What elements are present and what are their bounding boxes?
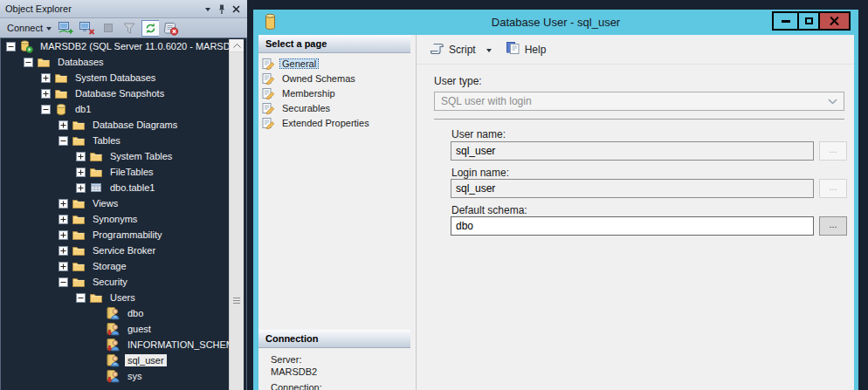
tree-item-programmability[interactable]: Programmability <box>1 227 246 243</box>
tree-item-sys[interactable]: sys <box>1 368 246 384</box>
scroll-up-icon[interactable] <box>230 39 244 52</box>
database-user-dialog: Database User - sql_user Select a page G… <box>253 10 858 390</box>
tree-item-guest[interactable]: guest <box>1 321 246 337</box>
dialog-toolbar: Script Help <box>417 35 854 65</box>
disconnect-server-icon[interactable] <box>79 20 96 37</box>
collapse-icon[interactable] <box>41 105 51 114</box>
page-item-extended-properties[interactable]: Extended Properties <box>258 115 410 130</box>
folder-icon <box>72 259 86 273</box>
tree-item-storage[interactable]: Storage <box>1 258 246 274</box>
object-explorer-toolbar: Connect <box>0 17 247 38</box>
tree-item-tables[interactable]: Tables <box>1 133 246 148</box>
tree-item-label: sql_user <box>125 354 167 366</box>
database-icon <box>54 102 68 116</box>
close-icon[interactable] <box>229 3 243 16</box>
page-item-membership[interactable]: Membership <box>258 86 410 100</box>
close-button[interactable] <box>818 11 851 31</box>
chevron-down-icon <box>46 27 52 31</box>
collapse-icon[interactable] <box>59 136 68 146</box>
page-list: GeneralOwned SchemasMembershipSecurables… <box>258 56 410 130</box>
refresh-icon[interactable] <box>141 20 159 37</box>
default-schema-field[interactable] <box>451 216 814 236</box>
tree-item-label: sys <box>125 370 145 382</box>
tree-item-system-tables[interactable]: System Tables <box>1 148 246 164</box>
user-disabled-icon <box>107 322 121 336</box>
collapse-icon[interactable] <box>24 58 33 67</box>
expand-icon[interactable] <box>76 152 86 161</box>
user-name-field[interactable] <box>451 141 814 161</box>
tree-item-marsdb2-sql-server-11-0-6020-marsd[interactable]: MARSDB2 (SQL Server 11.0.6020 - MARSD <box>1 38 246 54</box>
script-error-icon[interactable] <box>162 20 180 37</box>
user-type-value: SQL user with login <box>441 95 532 107</box>
expand-icon[interactable] <box>59 215 68 224</box>
pane-divider <box>416 35 417 390</box>
default-schema-browse-button[interactable]: ... <box>819 216 847 236</box>
page-item-owned-schemas[interactable]: Owned Schemas <box>258 71 410 86</box>
page-item-general[interactable]: General <box>258 56 410 71</box>
connect-button[interactable]: Connect <box>4 21 54 35</box>
object-tree: MARSDB2 (SQL Server 11.0.6020 - MARSDDat… <box>0 38 247 390</box>
help-button[interactable]: Help <box>504 38 548 60</box>
expander-spacer <box>93 372 103 381</box>
window-position-menu-icon[interactable] <box>201 3 215 16</box>
user-type-select[interactable]: SQL user with login <box>434 92 844 111</box>
tree-item-label: FileTables <box>107 166 156 178</box>
page-item-label: Extended Properties <box>279 118 372 128</box>
tree-item-label: Synonyms <box>90 213 140 225</box>
script-dropdown-icon[interactable] <box>486 49 492 52</box>
tree-item-filetables[interactable]: FileTables <box>1 164 246 180</box>
page-item-label: Owned Schemas <box>279 73 358 84</box>
dialog-titlebar[interactable]: Database User - sql_user <box>253 10 858 35</box>
user-name-label: User name: <box>451 128 506 140</box>
expand-icon[interactable] <box>76 168 86 177</box>
chevron-down-icon <box>828 95 837 107</box>
tree-item-views[interactable]: Views <box>1 195 246 211</box>
collapse-icon[interactable] <box>6 42 16 51</box>
tree-item-database-diagrams[interactable]: Database Diagrams <box>1 117 246 133</box>
connection-label: Connection: <box>271 382 322 390</box>
maximize-button[interactable] <box>797 11 820 31</box>
expander-spacer <box>93 356 103 366</box>
tree-item-db1[interactable]: db1 <box>1 101 246 117</box>
scrollbar-grip[interactable] <box>233 298 240 304</box>
tree-item-database-snapshots[interactable]: Database Snapshots <box>1 86 246 101</box>
expand-icon[interactable] <box>59 230 68 240</box>
tree-item-information-schem[interactable]: INFORMATION_SCHEM <box>1 337 246 352</box>
tree-item-service-broker[interactable]: Service Broker <box>1 243 246 258</box>
expand-icon[interactable] <box>59 199 68 209</box>
tree-item-dbo-table1[interactable]: dbo.table1 <box>1 180 246 195</box>
tree-scrollbar[interactable] <box>229 39 244 390</box>
select-a-page-header: Select a page <box>258 35 410 53</box>
script-button[interactable]: Script <box>427 39 478 60</box>
login-name-label: Login name: <box>451 167 509 179</box>
tree-item-users[interactable]: Users <box>1 290 246 305</box>
tree-item-synonyms[interactable]: Synonyms <box>1 211 246 227</box>
collapse-icon[interactable] <box>59 277 68 287</box>
expand-icon[interactable] <box>76 183 86 193</box>
collapse-icon[interactable] <box>76 293 86 303</box>
connect-server-icon[interactable] <box>58 20 75 37</box>
folder-icon <box>72 196 86 210</box>
tree-item-system-databases[interactable]: System Databases <box>1 70 246 86</box>
expand-icon[interactable] <box>59 262 68 271</box>
page-icon <box>262 58 275 70</box>
tree-item-label: guest <box>125 323 154 335</box>
page-item-securables[interactable]: Securables <box>258 100 410 115</box>
tree-item-sql-user[interactable]: sql_user <box>1 352 246 368</box>
tree-item-dbo[interactable]: dbo <box>1 305 246 321</box>
desktop: Object Explorer Connect <box>0 0 868 390</box>
expand-icon[interactable] <box>59 120 68 130</box>
folder-icon <box>54 86 68 100</box>
expander-spacer <box>93 325 103 334</box>
expand-icon[interactable] <box>41 89 51 99</box>
expand-icon[interactable] <box>41 73 51 83</box>
pin-icon[interactable] <box>215 3 229 16</box>
tree-item-security[interactable]: Security <box>1 274 246 290</box>
tree-item-databases[interactable]: Databases <box>1 54 246 70</box>
form-separator <box>434 119 844 120</box>
login-name-field[interactable] <box>451 179 814 198</box>
expand-icon[interactable] <box>59 246 68 256</box>
minimize-button[interactable] <box>772 11 799 31</box>
tree-item-label: MARSDB2 (SQL Server 11.0.6020 - MARSD <box>38 40 233 52</box>
user-name-browse-button: ... <box>819 141 847 161</box>
